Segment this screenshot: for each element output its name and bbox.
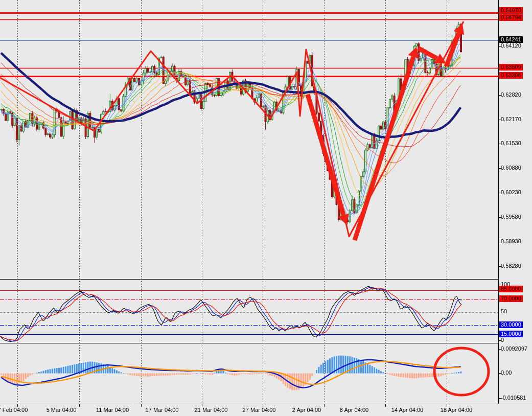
trading-chart-window: 0.649700.647940.642410.641200.635090.633… [0, 0, 532, 416]
price-label: 0.63306 [499, 72, 523, 79]
time-axis[interactable]: 7 Feb 04:005 Mar 04:0011 Mar 04:0017 Mar… [0, 405, 499, 416]
price-label: 0.00 [501, 369, 512, 376]
time-label: 5 Mar 04:00 [47, 407, 77, 413]
price-label: 0.58930 [501, 238, 521, 245]
price-label: 0.59580 [501, 214, 521, 220]
price-label: 0.64970 [499, 7, 523, 14]
price-label: 70.0000 [499, 295, 523, 302]
time-label: 17 Mar 04:00 [146, 407, 179, 413]
time-label: 7 Feb 04:00 [0, 407, 28, 413]
price-label: 0.60230 [501, 189, 521, 196]
price-label: 85.0000 [499, 286, 523, 292]
price-label: 0.62170 [501, 116, 521, 123]
price-label: 0 [501, 337, 504, 343]
price-axis[interactable]: 0.649700.647940.642410.641200.635090.633… [499, 0, 532, 404]
time-label: 11 Mar 04:00 [96, 407, 129, 413]
chart-canvas[interactable] [0, 0, 532, 416]
time-label: 18 Apr 04:00 [441, 407, 472, 413]
price-label: 50 [501, 308, 507, 315]
price-label: 0.61530 [501, 140, 521, 147]
price-label: 0.64120 [501, 42, 521, 49]
price-label: 0.0092097 [501, 345, 527, 352]
price-label: 0.62820 [501, 91, 521, 98]
price-label: 30.0000 [499, 321, 523, 328]
time-label: 21 Mar 04:00 [195, 407, 228, 413]
price-label: 0.60880 [501, 165, 521, 171]
price-label: 0.64794 [499, 14, 523, 21]
time-label: 8 Apr 04:00 [340, 407, 368, 413]
time-label: 14 Apr 04:00 [391, 407, 423, 413]
price-label: 0.58280 [501, 263, 521, 269]
time-label: 27 Mar 04:00 [243, 407, 276, 413]
time-label: 2 Apr 04:00 [292, 407, 321, 413]
price-label: -0.010581 [501, 395, 526, 401]
price-label: 0.63509 [499, 64, 523, 71]
